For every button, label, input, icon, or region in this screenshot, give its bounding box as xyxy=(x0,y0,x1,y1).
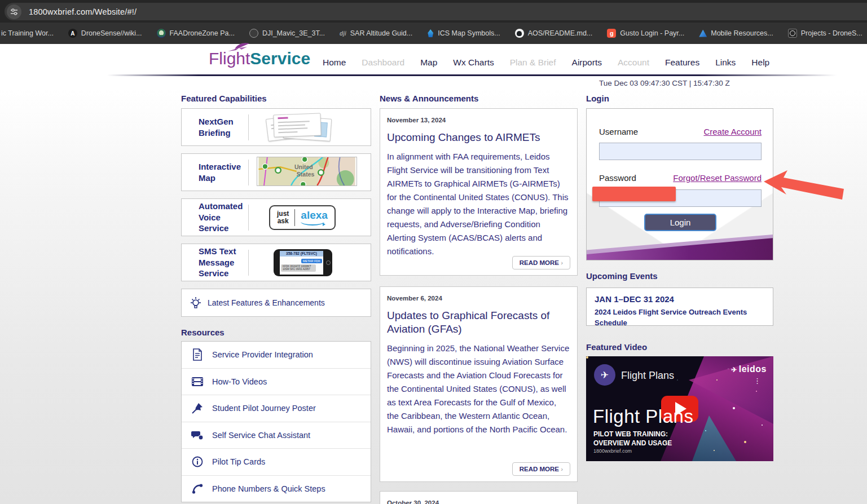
article-body: Beginning in 2025, the National Weather … xyxy=(387,342,570,436)
capability-nextgen-briefing[interactable]: NextGen Briefing xyxy=(181,108,371,146)
article-date: November 6, 2024 xyxy=(387,295,570,302)
flame-icon xyxy=(427,29,434,37)
bookmark-label: SAR Altitude Guid... xyxy=(350,29,412,37)
film-icon xyxy=(191,377,204,387)
bookmark-label: DroneSense//wiki... xyxy=(81,29,142,37)
nav-wx-charts[interactable]: Wx Charts xyxy=(453,58,494,68)
address-bar[interactable]: 1800wxbrief.com/Website/#!/ xyxy=(5,3,867,20)
nav-home[interactable]: Home xyxy=(323,58,346,68)
capability-label: Interactive Map xyxy=(182,161,248,183)
nav-plan-brief: Plan & Brief xyxy=(510,58,556,68)
url-text[interactable]: 1800wxbrief.com/Website/#!/ xyxy=(29,7,137,16)
bookmark-item[interactable]: AOS/README.md... xyxy=(508,29,600,38)
bookmark-item[interactable]: ICS Map Symbols... xyxy=(420,29,507,37)
lightbulb-icon xyxy=(190,296,202,310)
nav-links[interactable]: Links xyxy=(715,58,736,68)
bookmarks-bar: ic Training Wor... A DroneSense//wiki...… xyxy=(0,23,867,44)
login-panel: Username Create Account Password Forgot/… xyxy=(586,108,773,260)
alexa-wordmark: alexa xyxy=(301,209,328,221)
login-heading: Login xyxy=(586,94,609,103)
divider xyxy=(248,250,249,276)
flightservice-logo[interactable]: FlightService xyxy=(209,49,310,68)
bookmark-item[interactable]: g Gusto Login - Payr... xyxy=(600,29,692,38)
forgot-password-link[interactable]: Forgot/Reset Password xyxy=(673,173,762,183)
video-player[interactable]: ✈ Flight Plans ✈leidos ⋮ Flight Plans PI… xyxy=(586,356,773,461)
resource-service-provider-integration[interactable]: Service Provider Integration xyxy=(182,342,371,369)
capability-automated-voice[interactable]: Automated Voice Service justask alexa xyxy=(181,198,371,236)
video-watermark: 1800wxbrief.com xyxy=(593,448,632,454)
gusto-icon: g xyxy=(607,29,616,38)
featured-video-heading: Featured Video xyxy=(586,342,647,352)
event-item[interactable]: JAN 1–DEC 31 2024 2024 Leidos Flight Ser… xyxy=(586,288,773,326)
document-icon xyxy=(191,348,204,361)
chat-icon xyxy=(191,430,204,440)
latest-features-label: Latest Features & Enhancements xyxy=(208,298,325,307)
bookmark-item[interactable]: ic Training Wor... xyxy=(0,29,61,37)
event-date-range: JAN 1–DEC 31 2024 xyxy=(595,294,765,304)
triangle-icon xyxy=(699,30,707,37)
bookmark-item[interactable]: Mobile Resources... xyxy=(692,29,780,37)
svg-text:States: States xyxy=(297,170,315,177)
chevron-right-icon: › xyxy=(561,466,563,472)
dronesense-icon: A xyxy=(68,29,77,38)
capability-label: Automated Voice Service xyxy=(182,201,248,234)
bookmark-item[interactable]: DJI_Mavic_3E_3T... xyxy=(242,29,332,38)
main-nav: Home Dashboard Map Wx Charts Plan & Brie… xyxy=(323,58,769,68)
video-bg-particles xyxy=(586,356,588,359)
github-icon xyxy=(515,29,524,38)
nav-features[interactable]: Features xyxy=(665,58,699,68)
capability-sms-text[interactable]: SMS Text Message Service 358-782 (FLTSVC… xyxy=(181,244,371,281)
nav-airports[interactable]: Airports xyxy=(572,58,602,68)
bookmark-item[interactable]: dji SAR Altitude Guid... xyxy=(332,29,420,38)
article-body: In alignment with FAA requirements, Leid… xyxy=(387,150,570,258)
site-settings-icon[interactable] xyxy=(7,5,21,19)
resource-label: Self Service Chat Assistant xyxy=(212,431,310,440)
channel-avatar: ✈ xyxy=(594,364,615,386)
nav-dashboard: Dashboard xyxy=(362,58,404,68)
article-date: November 13, 2024 xyxy=(387,117,570,123)
logo-text-service: Service xyxy=(250,49,310,68)
alexa-badge: justask alexa xyxy=(269,205,336,230)
nav-map[interactable]: Map xyxy=(420,58,437,68)
resource-student-pilot-poster[interactable]: Student Pilot Journey Poster xyxy=(182,395,371,422)
phone-home-button xyxy=(326,260,331,265)
video-overlay-title[interactable]: Flight Plans xyxy=(621,370,674,382)
annotation-arrow xyxy=(763,169,845,202)
capability-interactive-map[interactable]: Interactive Map xyxy=(181,153,371,191)
bookmark-label: DJI_Mavic_3E_3T... xyxy=(262,29,325,37)
read-more-button[interactable]: READ MORE › xyxy=(512,462,570,476)
browser-chrome: 1800wxbrief.com/Website/#!/ ic Training … xyxy=(0,0,867,44)
divider xyxy=(248,205,249,231)
header-divider xyxy=(107,74,867,76)
create-account-link[interactable]: Create Account xyxy=(703,127,762,136)
kebab-menu-icon[interactable]: ⋮ xyxy=(754,379,761,383)
paper-plane-icon: ✈ xyxy=(731,366,737,374)
resources-card: Service Provider Integration How-To Vide… xyxy=(181,341,371,502)
resource-pilot-tip-cards[interactable]: Pilot Tip Cards xyxy=(182,449,371,476)
bookmark-label: Mobile Resources... xyxy=(711,29,773,37)
bookmark-item[interactable]: Projects - DroneS... xyxy=(781,29,867,38)
resource-how-to-videos[interactable]: How-To Videos xyxy=(182,369,371,396)
bookmark-item[interactable]: FAADroneZone Pa... xyxy=(149,29,242,38)
pushpin-icon xyxy=(191,403,204,414)
username-input[interactable] xyxy=(599,143,762,160)
nav-help[interactable]: Help xyxy=(751,58,769,68)
article-title: Updates to Graphical Forecasts of Aviati… xyxy=(387,309,570,336)
event-description: 2024 Leidos Flight Service Outreach Even… xyxy=(595,307,765,329)
latest-features-link[interactable]: Latest Features & Enhancements xyxy=(181,289,371,317)
capability-label: SMS Text Message Service xyxy=(182,246,248,279)
page-body: FlightService Home Dashboard Map Wx Char… xyxy=(0,44,867,504)
resource-phone-numbers[interactable]: Phone Numbers & Quick Steps xyxy=(182,476,371,502)
drone-app-icon xyxy=(788,29,797,38)
news-article: October 30, 2024 xyxy=(380,491,578,504)
news-article: November 6, 2024 Updates to Graphical Fo… xyxy=(380,286,578,482)
bookmark-item[interactable]: A DroneSense//wiki... xyxy=(61,29,149,38)
read-more-button[interactable]: READ MORE › xyxy=(512,256,570,269)
login-button[interactable]: Login xyxy=(644,214,716,231)
divider xyxy=(248,114,249,140)
resource-label: Service Provider Integration xyxy=(212,350,313,359)
article-title: Upcoming Changes to AIRMETs xyxy=(387,131,570,144)
sms-header: 358-782 (FLTSVC) xyxy=(280,251,323,257)
video-thumbnail-subtitle: PILOT WEB TRAINING: OVERVIEW AND USAGE xyxy=(593,430,672,448)
resource-chat-assistant[interactable]: Self Service Chat Assistant xyxy=(182,422,371,449)
